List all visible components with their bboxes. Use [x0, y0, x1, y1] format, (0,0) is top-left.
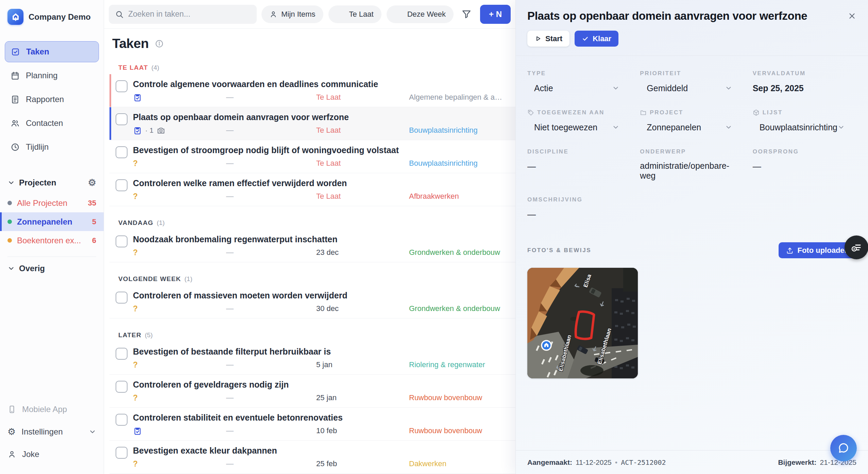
assignee-empty: — [226, 93, 316, 102]
field-value-prioriteit[interactable]: Gemiddeld [640, 83, 744, 94]
field-value-type[interactable]: Actie [527, 83, 631, 94]
task-checkbox[interactable] [116, 80, 127, 92]
task-title: Plaats op openbaar domein aanvragen voor… [133, 112, 509, 122]
settings-label: Instellingen [21, 427, 63, 437]
task-checkbox[interactable] [116, 348, 127, 360]
field-value-vervaldatum: Sep 25, 2025 [753, 83, 856, 94]
chevron-down-icon [612, 84, 619, 92]
close-icon[interactable] [846, 10, 858, 22]
task-category: Dakwerken [409, 459, 509, 468]
chevron-down-icon [89, 428, 96, 436]
sidebar-item-rapporten[interactable]: Rapporten [5, 89, 99, 110]
search-input[interactable] [128, 10, 251, 19]
task-checkbox[interactable] [116, 414, 127, 426]
task-row[interactable]: Controleren of geveldragers nodig zijn ?… [109, 375, 515, 408]
task-title: Controleren stabiliteit en eventuele bet… [133, 413, 509, 423]
project-item-zonnepanelen[interactable]: Zonnepanelen 5 [0, 212, 104, 231]
question-icon: ? [133, 360, 138, 370]
project-color-dot [7, 238, 12, 243]
filter-chip-deze-week[interactable]: Deze Week [387, 5, 454, 23]
task-row[interactable]: Noodzaak bronbemaling regenwaterput insc… [109, 229, 515, 262]
sidebar-item-tijdlijn[interactable]: Tijdlijn [5, 136, 99, 158]
sidebar-item-planning[interactable]: Planning [5, 65, 99, 86]
activity-log-fab[interactable] [845, 235, 868, 259]
task-row[interactable]: Controleren of massieven moeten worden v… [109, 285, 515, 318]
task-category: Afbraakwerken [409, 192, 509, 201]
info-icon[interactable] [155, 39, 164, 48]
projects-settings-gear-icon[interactable]: ⚙ [88, 178, 96, 187]
contacts-icon [11, 119, 20, 128]
filter-chips: Mijn Items Te Laat Deze Week [261, 5, 454, 23]
chevron-down-icon [725, 124, 732, 131]
clock-icon [336, 10, 345, 19]
task-checkbox[interactable] [116, 381, 127, 393]
photo-thumbnail-map[interactable]: Elisabethlaan Elisabethlaan Elisa [527, 268, 638, 378]
done-button[interactable]: Klaar [575, 31, 618, 47]
task-checkbox[interactable] [116, 179, 127, 191]
task-sections: TE LAAT (4) Controle algemene voorwaarde… [109, 64, 515, 474]
task-category: Ruwbouw bovenbouw [409, 426, 509, 435]
attachment-count: · 1 [145, 126, 154, 134]
projects-header[interactable]: Projecten ⚙ [7, 178, 96, 187]
section-count: (5) [145, 331, 153, 339]
mobile-app-link[interactable]: Mobiele App [7, 400, 96, 419]
task-row[interactable]: Controle algemene voorwaarden en deadlin… [109, 74, 515, 107]
field-value-discipline: — [527, 161, 631, 172]
chevron-down-icon [725, 84, 732, 92]
person-icon [269, 10, 277, 18]
mobile-app-label: Mobiele App [22, 405, 67, 414]
task-status: Te Laat [316, 126, 409, 135]
checklist-icon [133, 93, 142, 102]
company-name: Company Demo [29, 12, 91, 22]
created-date: 11-12-2025 [576, 458, 612, 467]
sidebar-item-label: Taken [26, 47, 49, 56]
new-task-button[interactable]: + N [480, 5, 511, 24]
row-accent [109, 74, 111, 107]
task-title: Controleren welke ramen effectief verwij… [133, 178, 509, 188]
field-value-project[interactable]: Zonnepanelen [640, 122, 744, 133]
project-item-boekentoren-ex[interactable]: Boekentoren ex... 6 [0, 231, 104, 250]
field-value-toegewezen-aan[interactable]: Niet toegewezen [527, 122, 631, 133]
task-status: 10 feb [316, 426, 409, 435]
task-checkbox[interactable] [116, 447, 127, 459]
task-checkbox[interactable] [116, 235, 127, 247]
photos-header: FOTO'S & BEWIJS [527, 247, 591, 254]
overig-toggle[interactable]: Overig [7, 264, 96, 273]
field-value-lijst[interactable]: Bouwplaatsinrichting [753, 122, 856, 133]
task-row[interactable]: Controleren welke ramen effectief verwij… [109, 173, 515, 206]
field-label: LIJST [763, 109, 783, 116]
filter-chip-te-laat[interactable]: Te Laat [328, 5, 381, 23]
assignee-empty: — [226, 192, 316, 201]
task-row[interactable]: Plaats op openbaar domein aanvragen voor… [109, 107, 515, 140]
start-button[interactable]: Start [527, 31, 569, 47]
task-status: 30 dec [316, 304, 409, 313]
field-value-oorsprong: — [753, 161, 856, 172]
photos-section: FOTO'S & BEWIJS Foto uploaden [527, 242, 856, 378]
settings-item[interactable]: ⚙ Instellingen [7, 422, 96, 441]
brand: Company Demo [0, 0, 104, 28]
project-item-alle-projecten[interactable]: Alle Projecten 35 [0, 194, 104, 212]
sidebar-item-contacten[interactable]: Contacten [5, 113, 99, 134]
overig-label: Overig [19, 264, 45, 273]
project-label: Zonnepanelen [17, 217, 72, 227]
task-row[interactable]: Bevestigen exacte kleur dakpannen ? — 25… [109, 441, 515, 474]
filter-funnel-icon[interactable] [461, 9, 472, 20]
app-logo-icon [7, 9, 23, 25]
task-row[interactable]: Bevestigen of stroomgroep nodig blijft o… [109, 140, 515, 173]
task-row[interactable]: Bevestigen of bestaande filterput herbru… [109, 342, 515, 375]
chat-fab[interactable] [830, 435, 857, 461]
task-checkbox[interactable] [116, 146, 127, 158]
task-row[interactable]: Controleren stabiliteit en eventuele bet… [109, 408, 515, 441]
assignee-empty: — [226, 360, 316, 369]
task-checkbox[interactable] [116, 292, 127, 304]
field-value-omschrijving: — [527, 209, 631, 220]
search-box[interactable] [109, 5, 257, 24]
sidebar-item-taken[interactable]: Taken [5, 41, 99, 62]
task-status: 5 jan [316, 360, 409, 369]
task-checkbox[interactable] [116, 113, 127, 125]
task-title: Controleren of geveldragers nodig zijn [133, 380, 509, 390]
user-item[interactable]: Joke [7, 445, 96, 464]
filter-chip-mijn-items[interactable]: Mijn Items [261, 5, 323, 23]
detail-field-omschrijving: OMSCHRIJVING — [527, 196, 631, 220]
assignee-empty: — [226, 393, 316, 402]
